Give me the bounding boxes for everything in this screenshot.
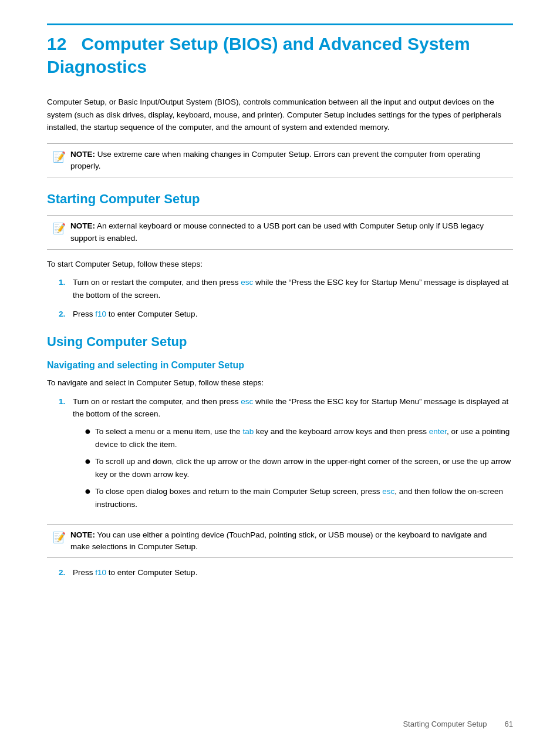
bullet-dot-1: ● <box>85 425 95 438</box>
bullet-content-1: To select a menu or a menu item, use the… <box>95 425 513 451</box>
step-1-1-content: Turn on or restart the computer, and the… <box>73 276 513 301</box>
section1-intro: To start Computer Setup, follow these st… <box>47 258 513 271</box>
note-label-1: NOTE: <box>70 150 95 159</box>
note-icon-2: 📝 <box>53 221 66 237</box>
note-label-2: NOTE: <box>70 221 95 230</box>
sub-step-2-number: 2. <box>59 566 73 579</box>
bullet-item-1: ● To select a menu or a menu item, use t… <box>85 425 513 451</box>
sub-step-2: 2. Press f10 to enter Computer Setup. <box>59 566 513 579</box>
step-1-1-esc: esc <box>241 278 253 287</box>
step-1-2-f10: f10 <box>95 310 106 318</box>
subsection1-intro: To navigate and select in Computer Setup… <box>47 377 513 389</box>
step-1-2-number: 2. <box>59 308 73 321</box>
bullet-content-3: To close open dialog boxes and return to… <box>95 485 513 510</box>
bullet-1-enter: enter <box>429 427 447 436</box>
sub-step-1-number: 1. <box>59 395 73 408</box>
section-starting-computer-setup: Starting Computer Setup 📝 NOTE: An exter… <box>47 191 513 320</box>
section1-steps: 1. Turn on or restart the computer, and … <box>59 276 513 320</box>
subsection1-step2-list: 2. Press f10 to enter Computer Setup. <box>59 566 513 579</box>
subsection1-title: Navigating and selecting in Computer Set… <box>47 360 513 371</box>
bullet-content-2: To scroll up and down, click the up arro… <box>95 455 513 480</box>
intro-paragraph: Computer Setup, or Basic Input/Output Sy… <box>47 96 513 134</box>
page-container: 12 Computer Setup (BIOS) and Advanced Sy… <box>0 0 560 746</box>
bullet-dot-2: ● <box>85 455 95 468</box>
step-1-1: 1. Turn on or restart the computer, and … <box>59 276 513 301</box>
sub-step-1: 1. Turn on or restart the computer, and … <box>59 395 513 516</box>
sub-step-1-esc: esc <box>241 397 253 406</box>
step-1-2-content: Press f10 to enter Computer Setup. <box>73 308 513 321</box>
footer-text: Starting Computer Setup 61 <box>403 720 513 728</box>
sub-step-1-content: Turn on or restart the computer, and the… <box>73 395 513 516</box>
sub-step-2-content: Press f10 to enter Computer Setup. <box>73 566 513 579</box>
subsection1-steps: 1. Turn on or restart the computer, and … <box>59 395 513 516</box>
sub-step-2-f10: f10 <box>95 568 106 577</box>
note-box-1: 📝 NOTE: Use extreme care when making cha… <box>47 143 513 178</box>
footer-page-number: 61 <box>505 720 513 728</box>
section-using-computer-setup: Using Computer Setup Navigating and sele… <box>47 334 513 579</box>
footer-left: Starting Computer Setup <box>403 720 487 728</box>
bullet-item-3: ● To close open dialog boxes and return … <box>85 485 513 510</box>
bullet-3-esc: esc <box>382 487 394 496</box>
note-icon-1: 📝 <box>53 149 66 165</box>
chapter-title-text: Computer Setup (BIOS) and Advanced Syste… <box>47 34 470 76</box>
note-text-1: NOTE: Use extreme care when making chang… <box>70 149 507 173</box>
bullet-list-1: ● To select a menu or a menu item, use t… <box>85 425 513 511</box>
note-box-3: 📝 NOTE: You can use either a pointing de… <box>47 524 513 559</box>
bullet-item-2: ● To scroll up and down, click the up ar… <box>85 455 513 480</box>
note-icon-3: 📝 <box>53 530 66 546</box>
step-1-1-number: 1. <box>59 276 73 289</box>
bullet-1-tab: tab <box>242 427 254 436</box>
step-1-2: 2. Press f10 to enter Computer Setup. <box>59 308 513 321</box>
note-label-3: NOTE: <box>70 530 95 539</box>
subsection-navigating: Navigating and selecting in Computer Set… <box>47 360 513 579</box>
section2-title: Using Computer Setup <box>47 334 513 350</box>
bullet-dot-3: ● <box>85 485 95 498</box>
chapter-title: 12 Computer Setup (BIOS) and Advanced Sy… <box>47 32 513 78</box>
chapter-header: 12 Computer Setup (BIOS) and Advanced Sy… <box>47 23 513 78</box>
chapter-number: 12 <box>47 34 66 53</box>
footer-bar: Starting Computer Setup 61 <box>47 720 513 728</box>
note-text-2: NOTE: An external keyboard or mouse conn… <box>70 220 507 244</box>
section1-title: Starting Computer Setup <box>47 191 513 207</box>
note-text-3: NOTE: You can use either a pointing devi… <box>70 529 507 553</box>
note-box-2: 📝 NOTE: An external keyboard or mouse co… <box>47 215 513 250</box>
